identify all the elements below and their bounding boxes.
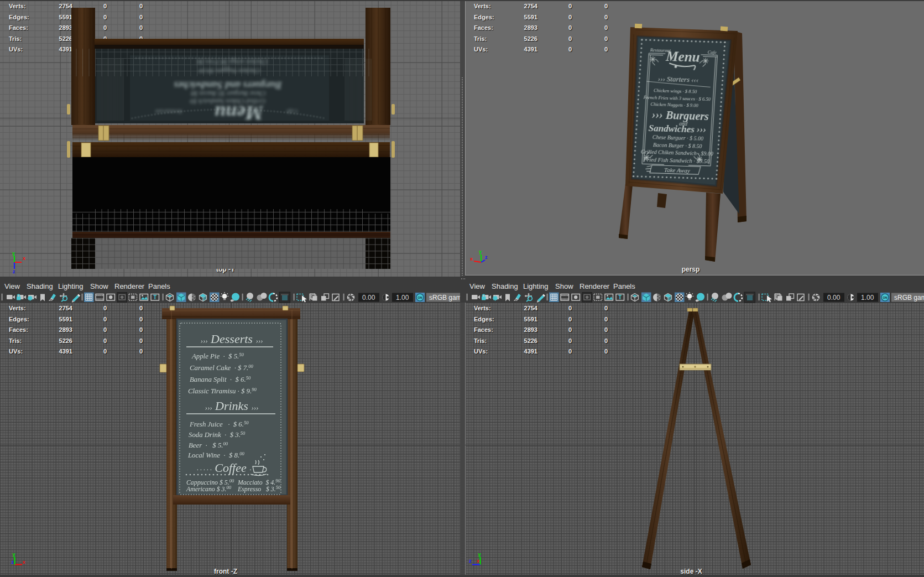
svg-text:Beer · $ 5.00: Beer · $ 5.00	[189, 441, 228, 449]
svg-text:Caramel Cake · $ 7.00: Caramel Cake · $ 7.00	[190, 363, 254, 372]
svg-text:Local Wine · $ 8.00: Local Wine · $ 8.00	[187, 451, 244, 459]
svg-text:Espresso $ 3.50: Espresso $ 3.50	[237, 485, 281, 493]
svg-text:››› Desserts ›››: ››› Desserts ›››	[201, 332, 263, 346]
svg-text:Americano $ 3.00: Americano $ 3.00	[186, 485, 232, 493]
svg-text:Banana Split · $ 6.50: Banana Split · $ 6.50	[190, 375, 251, 383]
svg-text:Classic Tiramisu · $ 9.90: Classic Tiramisu · $ 9.90	[188, 387, 257, 395]
svg-text:››› Drinks ›››: ››› Drinks ›››	[205, 399, 259, 413]
svg-text:Apple Pie · $ 5.50: Apple Pie · $ 5.50	[191, 352, 244, 360]
svg-text:Fresh Juice · $ 6.50: Fresh Juice · $ 6.50	[189, 420, 249, 428]
svg-text:Soda Drink · $ 3.50: Soda Drink · $ 3.50	[189, 430, 246, 439]
